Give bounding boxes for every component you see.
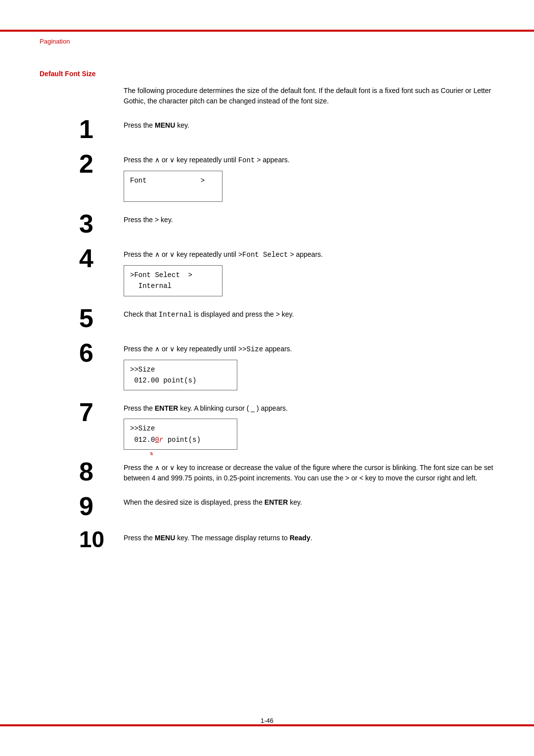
step-2-text: Press the ∧ or ∨ key repeatedly until Fo… (124, 155, 494, 166)
step-8-content: Press the ∧ or ∨ key to increase or decr… (124, 459, 494, 483)
step-4-text: Press the ∧ or ∨ key repeatedly until >F… (124, 249, 494, 260)
step-number-5: 5 (79, 305, 124, 331)
step-10-text: Press the MENU key. The message display … (124, 533, 494, 543)
step-9: 9 When the desired size is displayed, pr… (79, 493, 494, 519)
step-7-text: Press the ENTER key. A blinking cursor (… (124, 403, 494, 414)
step-10-content: Press the MENU key. The message display … (124, 528, 494, 543)
step-number-10: 10 (79, 528, 124, 551)
header: Pagination (0, 0, 534, 45)
step-number-6: 6 (79, 340, 124, 366)
step-number-3: 3 (79, 211, 124, 236)
display-4-line-2: Internal (130, 281, 216, 291)
step-3-text: Press the > key. (124, 215, 494, 225)
step-5-content: Check that Internal is displayed and pre… (124, 305, 494, 320)
page-container: Pagination Default Font Size The followi… (0, 0, 534, 756)
step-number-7: 7 (79, 399, 124, 425)
page-number: 1-46 (261, 717, 273, 724)
step-number-2: 2 (79, 151, 124, 177)
step-7: 7 Press the ENTER key. A blinking cursor… (79, 399, 494, 450)
display-7-line-2: 012.00r point(s) (130, 434, 231, 445)
top-rule (0, 30, 534, 32)
step-2: 2 Press the ∧ or ∨ key repeatedly until … (79, 151, 494, 202)
step-8: 8 Press the ∧ or ∨ key to increase or de… (79, 459, 494, 484)
steps-container: 1 Press the MENU key. 2 Press the ∧ or ∨… (79, 116, 494, 551)
step-3: 3 Press the > key. (79, 211, 494, 236)
step-6-display: >>Size 012.00 point(s) (124, 360, 237, 391)
bottom-rule (0, 724, 534, 726)
display-6-line-1: >>Size (130, 364, 231, 375)
step-9-text: When the desired size is displayed, pres… (124, 497, 494, 508)
display-line-2 (130, 186, 216, 197)
step-6-text: Press the ∧ or ∨ key repeatedly until >>… (124, 344, 494, 355)
step-number-4: 4 (79, 245, 124, 271)
cursor-arrow: ⇅ (150, 450, 153, 459)
step-3-content: Press the > key. (124, 211, 494, 225)
step-number-9: 9 (79, 493, 124, 519)
step-4: 4 Press the ∧ or ∨ key repeatedly until … (79, 245, 494, 296)
intro-text: The following procedure determines the s… (124, 86, 494, 106)
display-4-line-1: >Font Select > (130, 270, 216, 281)
step-7-content: Press the ENTER key. A blinking cursor (… (124, 399, 494, 450)
step-number-1: 1 (79, 116, 124, 142)
step-2-display: Font > (124, 171, 222, 202)
step-1-content: Press the MENU key. (124, 116, 494, 131)
step-5: 5 Check that Internal is displayed and p… (79, 305, 494, 331)
step-6-content: Press the ∧ or ∨ key repeatedly until >>… (124, 340, 494, 391)
step-5-text: Check that Internal is displayed and pre… (124, 309, 494, 320)
step-9-content: When the desired size is displayed, pres… (124, 493, 494, 508)
step-10: 10 Press the MENU key. The message displ… (79, 528, 494, 551)
step-number-8: 8 (79, 459, 124, 484)
display-6-line-2: 012.00 point(s) (130, 375, 231, 386)
content: Default Font Size The following procedur… (0, 45, 534, 599)
step-7-display: >>Size 012.00r point(s) ⇅ (124, 419, 237, 450)
step-2-content: Press the ∧ or ∨ key repeatedly until Fo… (124, 151, 494, 202)
step-6: 6 Press the ∧ or ∨ key repeatedly until … (79, 340, 494, 391)
footer: 1-46 (0, 717, 534, 724)
section-title: Default Font Size (40, 70, 494, 78)
breadcrumb: Pagination (40, 34, 494, 45)
step-1: 1 Press the MENU key. (79, 116, 494, 142)
display-7-line-1: >>Size (130, 423, 231, 434)
step-8-text: Press the ∧ or ∨ key to increase or decr… (124, 463, 494, 483)
step-4-display: >Font Select > Internal (124, 265, 222, 296)
step-4-content: Press the ∧ or ∨ key repeatedly until >F… (124, 245, 494, 296)
step-1-text: Press the MENU key. (124, 120, 494, 131)
display-line-1: Font > (130, 175, 216, 186)
